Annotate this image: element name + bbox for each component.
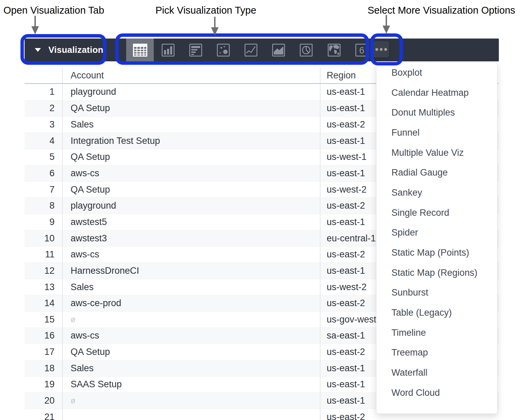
row-number-cell: 11 [25, 249, 62, 260]
menu-item-spider[interactable]: Spider [376, 223, 497, 243]
menu-item-radial-gauge[interactable]: Radial Gauge [376, 163, 497, 183]
row-number-cell: 4 [25, 136, 62, 146]
row-number-cell: 1 [25, 87, 62, 97]
account-cell: ø [62, 312, 321, 328]
row-number-cell: 21 [25, 412, 62, 420]
account-column-header[interactable]: Account [62, 68, 321, 83]
row-number-cell: 9 [25, 217, 62, 227]
account-cell: Sales [62, 279, 321, 295]
row-number-cell: 18 [25, 363, 62, 374]
menu-item-sunburst[interactable]: Sunburst [376, 283, 497, 303]
pie-chart-icon [300, 44, 313, 57]
menu-item-funnel[interactable]: Funnel [376, 123, 497, 143]
menu-item-single-record[interactable]: Single Record [376, 203, 497, 223]
account-cell: aws-cs [62, 165, 321, 181]
viz-type-line-chart-button[interactable] [237, 39, 265, 61]
area-chart-icon [272, 44, 285, 57]
table-icon [133, 44, 147, 57]
horizontal-bar-chart-icon [189, 44, 202, 57]
bar-chart-icon [162, 44, 175, 57]
down-arrow-icon [210, 17, 219, 36]
account-cell: QA Setup [62, 344, 321, 360]
account-cell: aws-ce-prod [62, 295, 321, 311]
row-number-cell: 13 [25, 282, 62, 292]
viz-type-scatter-button[interactable] [209, 39, 237, 61]
ellipsis-icon [384, 48, 387, 51]
down-arrow-icon [382, 15, 391, 34]
row-number-cell: 12 [25, 266, 62, 276]
account-cell: Sales [62, 360, 321, 376]
row-number-cell: 10 [25, 233, 62, 244]
menu-item-sankey[interactable]: Sankey [376, 183, 497, 203]
scatter-plot-icon [217, 44, 230, 57]
row-number-cell: 6 [25, 168, 62, 179]
account-cell: QA Setup [62, 101, 321, 117]
account-cell: aws-cs [62, 328, 321, 344]
ellipsis-icon [380, 48, 383, 51]
more-visualizations-menu: BoxplotCalendar HeatmapDonut MultiplesFu… [376, 62, 497, 414]
ellipsis-icon [375, 48, 378, 51]
menu-item-timeline[interactable]: Timeline [376, 323, 497, 343]
account-cell: HarnessDroneCI [62, 263, 321, 279]
account-cell: playground [62, 84, 321, 100]
annotation-pick-visualization-type: Pick Visualization Type [155, 5, 256, 16]
menu-item-static-map-regions[interactable]: Static Map (Regions) [376, 263, 497, 283]
svg-text:6: 6 [359, 45, 364, 55]
row-number-cell: 7 [25, 184, 62, 195]
row-number-cell: 19 [25, 379, 62, 390]
account-cell: QA Setup [62, 182, 321, 198]
menu-item-multiple-value-viz[interactable]: Multiple Value Viz [376, 143, 497, 163]
menu-item-waterfall[interactable]: Waterfall [376, 363, 497, 383]
row-number-cell: 16 [25, 330, 62, 341]
viz-type-map-button[interactable] [320, 39, 348, 61]
account-cell: SAAS Setup [62, 377, 321, 393]
world-map-icon [328, 44, 341, 57]
menu-item-calendar-heatmap[interactable]: Calendar Heatmap [376, 83, 497, 103]
viz-type-counter-button[interactable]: 6 [348, 39, 375, 61]
row-number-cell: 14 [25, 298, 62, 309]
menu-item-treemap[interactable]: Treemap [376, 343, 497, 363]
line-chart-icon [244, 44, 257, 57]
viz-type-area-chart-button[interactable] [265, 39, 292, 61]
caret-down-icon [35, 48, 41, 52]
row-number-cell: 20 [25, 395, 62, 406]
annotation-open-visualization-tab: Open Visualization Tab [3, 5, 104, 16]
row-number-cell: 8 [25, 200, 62, 211]
row-number-cell: 3 [25, 119, 62, 130]
visualization-tab-label: Visualization [48, 45, 103, 55]
account-cell: Sales [62, 117, 321, 133]
annotation-select-more-options: Select More Visualization Options [368, 5, 515, 16]
account-cell: Integration Test Setup [62, 133, 321, 149]
account-cell [62, 409, 321, 420]
account-cell: QA Setup [62, 149, 321, 165]
row-number-cell: 2 [25, 103, 62, 114]
account-cell: ø [62, 393, 321, 409]
menu-item-word-cloud[interactable]: Word Cloud [376, 383, 497, 403]
visualization-toolbar: Visualization [25, 39, 499, 61]
row-number-cell: 15 [25, 314, 62, 325]
account-cell: awstest5 [62, 214, 321, 230]
viz-type-bar-chart-button[interactable] [154, 39, 182, 61]
row-number-cell: 17 [25, 347, 62, 357]
account-cell: playground [62, 198, 321, 214]
menu-item-donut-multiples[interactable]: Donut Multiples [376, 103, 497, 123]
visualization-tab[interactable]: Visualization [25, 39, 104, 61]
account-cell: awstest3 [62, 230, 321, 246]
menu-item-boxplot[interactable]: Boxplot [376, 63, 497, 83]
menu-item-static-map-points[interactable]: Static Map (Points) [376, 243, 497, 263]
viz-type-pie-chart-button[interactable] [292, 39, 320, 61]
row-number-cell: 5 [25, 152, 62, 162]
down-arrow-icon [31, 16, 40, 35]
more-visualizations-button[interactable] [373, 41, 389, 58]
counter-icon: 6 [355, 44, 368, 57]
viz-type-horizontal-bar-button[interactable] [182, 39, 209, 61]
account-cell: aws-cs [62, 246, 321, 262]
menu-item-table-legacy[interactable]: Table (Legacy) [376, 303, 497, 323]
viz-type-table-button[interactable] [126, 39, 154, 61]
